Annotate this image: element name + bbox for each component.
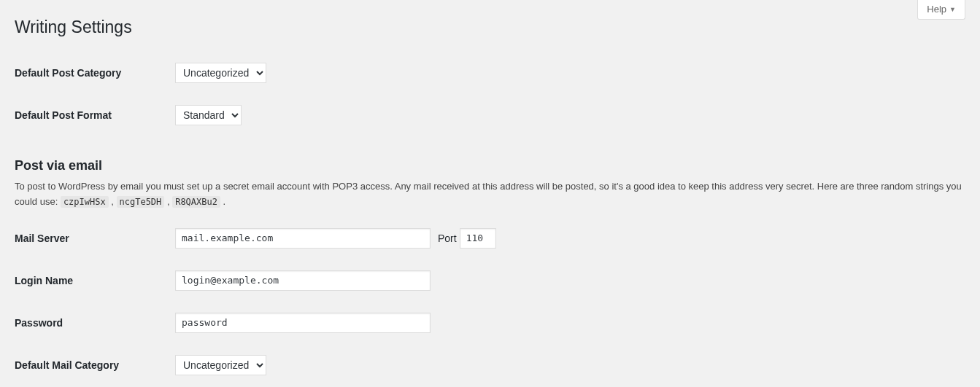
post-via-email-heading: Post via email xyxy=(15,158,965,173)
port-input[interactable] xyxy=(460,228,496,249)
random-string-2: ncgTe5DH xyxy=(117,196,165,208)
default-post-category-label: Default Post Category xyxy=(15,52,175,94)
login-name-label: Login Name xyxy=(15,259,175,302)
random-string-3: R8QAXBu2 xyxy=(172,196,220,208)
page-title: Writing Settings xyxy=(15,17,965,37)
default-mail-category-label: Default Mail Category xyxy=(15,344,175,386)
password-input[interactable] xyxy=(175,313,431,333)
default-post-format-label: Default Post Format xyxy=(15,94,175,136)
port-label: Port xyxy=(438,232,457,244)
login-name-input[interactable] xyxy=(175,270,431,291)
help-tab[interactable]: Help ▼ xyxy=(917,0,965,20)
random-string-1: czpIwHSx xyxy=(61,196,109,208)
default-mail-category-select[interactable]: Uncategorized xyxy=(175,355,266,375)
post-via-email-description: To post to WordPress by email you must s… xyxy=(15,179,965,210)
help-label: Help xyxy=(927,4,946,15)
password-label: Password xyxy=(15,302,175,344)
default-post-category-select[interactable]: Uncategorized xyxy=(175,63,266,83)
default-post-format-select[interactable]: Standard xyxy=(175,105,242,125)
mail-server-input[interactable] xyxy=(175,228,431,249)
mail-server-label: Mail Server xyxy=(15,217,175,259)
chevron-down-icon: ▼ xyxy=(949,6,956,13)
